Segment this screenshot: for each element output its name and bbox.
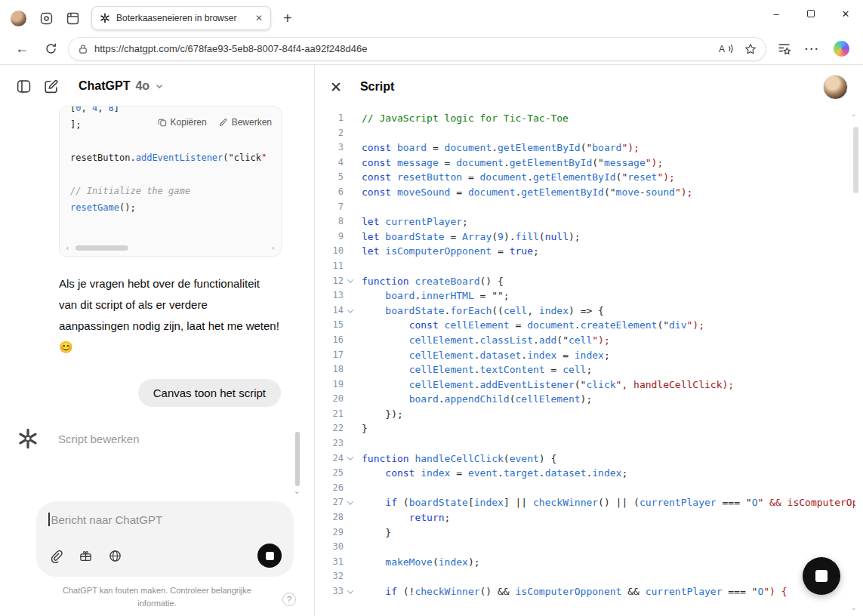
line-number: 30 — [324, 540, 344, 555]
fold-spacer — [344, 156, 356, 171]
code-line[interactable]: 8let currentPlayer; — [324, 214, 855, 229]
code-line[interactable]: 3const board = document.getElementById("… — [324, 140, 855, 156]
code-line[interactable]: 14 boardState.forEach((cell, index) => { — [324, 303, 855, 319]
status-text: Script bewerken — [58, 433, 140, 445]
code-line[interactable]: 10let isComputerOpponent = true; — [324, 244, 855, 259]
code-card: Kopiëren Bewerken [0, 4, 8]];resetButton… — [59, 106, 282, 257]
stop-button[interactable] — [257, 544, 282, 568]
chat-scrollbar-thumb[interactable] — [295, 432, 300, 486]
fold-spacer — [344, 377, 356, 393]
workspaces-icon[interactable] — [39, 11, 53, 25]
code-line[interactable]: 32 — [324, 569, 855, 584]
code-line[interactable]: 18 cellElement.textContent = cell; — [324, 362, 855, 377]
code-line[interactable]: 5const resetButton = document.getElement… — [324, 170, 855, 185]
fold-chevron-icon[interactable] — [344, 274, 356, 289]
fold-chevron-icon[interactable] — [344, 495, 356, 510]
scroll-right-icon[interactable]: › — [270, 244, 276, 252]
favorites-icon[interactable] — [772, 38, 795, 60]
tab-close-icon[interactable]: ✕ — [254, 13, 264, 23]
tab-actions-icon[interactable] — [66, 11, 79, 25]
fold-spacer — [344, 111, 356, 126]
code-line[interactable]: 25 const index = event.target.dataset.in… — [324, 466, 855, 481]
globe-icon[interactable] — [107, 548, 123, 564]
code-horizontal-scrollbar[interactable]: ‹ › — [65, 244, 276, 252]
code-line[interactable]: 33 if (!checkWinner() && isComputerOppon… — [324, 584, 855, 599]
hscroll-thumb[interactable] — [76, 245, 128, 251]
scrollbar-up-icon[interactable]: ⌃ — [851, 113, 857, 122]
canvas-scrollbar-thumb[interactable] — [853, 127, 858, 193]
bookmark-star-icon[interactable] — [744, 43, 757, 55]
line-number: 9 — [324, 229, 344, 245]
browser-tab[interactable]: Boterkaaseneieren in browser ✕ — [91, 6, 271, 30]
code-line[interactable]: 23 — [324, 436, 855, 451]
minimize-button[interactable]: – — [759, 0, 794, 27]
message-input[interactable]: Bericht naar ChatGPT — [48, 513, 282, 526]
new-chat-icon[interactable] — [42, 78, 59, 94]
fold-spacer — [344, 362, 356, 377]
code-line[interactable]: 4const message = document.getElementById… — [324, 156, 855, 171]
fold-chevron-icon[interactable] — [344, 584, 356, 599]
url-text[interactable]: https://chatgpt.com/c/678fae93-5eb8-8007… — [94, 43, 713, 54]
edit-code-button[interactable]: Bewerken — [219, 117, 272, 128]
code-line[interactable]: 17 cellElement.dataset.index = index; — [324, 348, 855, 363]
line-number: 4 — [324, 156, 344, 171]
fold-spacer — [344, 569, 356, 584]
fold-chevron-icon[interactable] — [344, 303, 356, 319]
canvas-close-icon[interactable]: ✕ — [330, 80, 342, 94]
code-line[interactable]: 16 cellElement.classList.add("cell"); — [324, 333, 855, 348]
code-line[interactable]: 30 — [324, 540, 855, 555]
fold-spacer — [344, 510, 356, 525]
code-line[interactable]: 15 const cellElement = document.createEl… — [324, 318, 855, 333]
new-tab-button[interactable]: + — [283, 11, 292, 26]
code-line[interactable]: 31 makeMove(index); — [324, 555, 855, 570]
code-line[interactable]: 24function handleCellClick(event) { — [324, 451, 855, 467]
canvas-stop-button[interactable] — [803, 557, 840, 595]
scrollbar-down-icon[interactable]: ⌄ — [851, 603, 857, 611]
help-button[interactable]: ? — [282, 593, 296, 606]
code-line[interactable]: 21 }); — [324, 407, 855, 422]
copilot-icon[interactable] — [830, 38, 852, 60]
copy-code-button[interactable]: Kopiëren — [158, 117, 207, 128]
code-line[interactable]: 1// JavaScript logic for Tic-Tac-Toe — [324, 111, 855, 126]
model-name: ChatGPT — [79, 79, 130, 93]
code-line[interactable]: 7 — [324, 200, 855, 215]
line-number: 5 — [324, 170, 344, 185]
chat-code-line — [70, 166, 270, 183]
line-number: 14 — [324, 303, 344, 319]
toolbox-icon[interactable] — [78, 548, 94, 564]
code-line[interactable]: 26 — [324, 481, 855, 496]
fold-chevron-icon[interactable] — [344, 451, 356, 467]
code-line[interactable]: 2 — [324, 126, 855, 141]
user-avatar[interactable] — [823, 75, 848, 100]
code-line[interactable]: 22} — [324, 421, 855, 436]
read-aloud-icon[interactable]: A — [719, 43, 734, 54]
code-line[interactable]: 27 if (boardState[index] || checkWinner(… — [324, 495, 855, 510]
code-line[interactable]: 29 } — [324, 525, 855, 541]
code-line[interactable]: 9let boardState = Array(9).fill(null); — [324, 229, 855, 245]
tab-title: Boterkaaseneieren in browser — [116, 13, 248, 23]
chevron-down-icon — [155, 82, 164, 91]
address-bar[interactable]: https://chatgpt.com/c/678fae93-5eb8-8007… — [68, 37, 766, 61]
maximize-button[interactable] — [794, 0, 828, 27]
code-line[interactable]: 13 board.innerHTML = ""; — [324, 288, 855, 303]
code-editor[interactable]: 1// JavaScript logic for Tic-Tac-Toe23co… — [315, 101, 863, 616]
attach-icon[interactable] — [48, 548, 64, 564]
chat-code-line: // Initialize the game — [70, 183, 270, 199]
code-line[interactable]: 11 — [324, 259, 855, 274]
code-line[interactable]: 20 board.appendChild(cellElement); — [324, 392, 855, 407]
model-switcher[interactable]: ChatGPT 4o — [79, 79, 164, 93]
code-line[interactable]: 19 cellElement.addEventListener("click",… — [324, 377, 855, 393]
browser-profile-avatar[interactable] — [11, 11, 26, 26]
refresh-button[interactable] — [39, 38, 62, 60]
window-close-button[interactable]: ✕ — [828, 0, 863, 27]
scroll-left-icon[interactable]: ‹ — [65, 244, 70, 252]
code-line[interactable]: 6const moveSound = document.getElementBy… — [324, 185, 855, 200]
sidebar-toggle-icon[interactable] — [15, 78, 32, 94]
chat-scroll-down-icon[interactable]: ⌄ — [294, 488, 301, 495]
code-line[interactable]: 28 return; — [324, 510, 855, 525]
settings-menu-icon[interactable]: ··· — [801, 38, 824, 60]
line-number: 29 — [324, 525, 344, 541]
code-line[interactable]: 12function createBoard() { — [324, 274, 855, 289]
fold-spacer — [344, 436, 356, 451]
back-button[interactable]: ← — [11, 38, 33, 60]
